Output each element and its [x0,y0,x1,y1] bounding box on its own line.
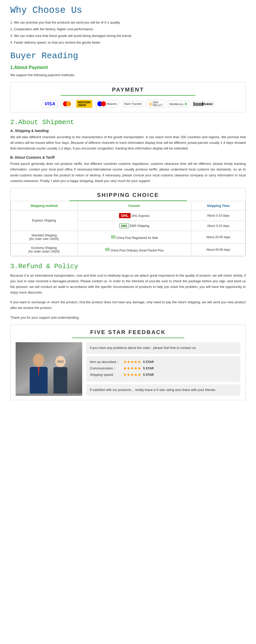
rating-label-comm: Communication： [90,366,123,371]
mastercard-logo [61,100,73,108]
western-union-logo: WESTERNUNION [76,100,92,108]
feedback-content: if you have any problems about the order… [16,342,240,396]
col-shipping-time: Shipping Time [191,201,246,210]
refund-text2: If you want to exchange or return the pr… [10,299,246,311]
feedback-bottom-message: If satisfied with our products， kindly l… [86,384,240,396]
china-post-small-label: China Post Ordinary Small Packet Plus [110,249,164,252]
feedback-ratings: Item as described： ★★★★★ 5 STAR Communic… [86,356,240,382]
dhl-logo: DHL [119,213,131,218]
economy-shipping-label: Economy Shipping(for order under USD5) [11,243,78,256]
payment-box: PAYMENT VISA WESTERNUNION Maestro Bank T… [10,82,246,112]
refund-section-title: 3.Refund & Policy [10,263,246,270]
rating-label-item: Item as described： [90,360,123,364]
ems-label: EMS Shipping [130,224,149,228]
table-row: Express Shipping DHL DHL Express About 3… [11,210,246,221]
payment-section-title: 1.About Payment [10,65,246,70]
boletol-logo: |||||||||||Boletol [192,101,214,107]
payment-box-title: PAYMENT [16,86,240,93]
why-choose-list: 1. We can promise you that the products … [10,19,246,46]
page-container: Why Choose Us 1. We can promise you that… [0,0,256,411]
webmoney-logo: WebMoney ⊕ [168,100,189,107]
china-post-small-cell: ✉ China Post Ordinary Small Packet Plus [77,243,191,256]
bank-transfer-logo: Bank Transfer [122,101,144,107]
why-reason-1: 1. We can promise you that the products … [10,19,246,26]
shipping-choice-title: SHIPPING CHOICE [10,188,246,200]
refund-text3: Thank you for your support and understan… [10,315,246,320]
maestro-logo: Maestro [95,100,120,108]
col-courier: Courier [77,201,191,210]
payment-intro: We support the following payment methods… [10,72,246,78]
star-text-item: 5 STAR [143,360,154,364]
feedback-right: if you have any problems about the order… [86,342,240,396]
ems-cell: EMS EMS Shipping [77,221,191,231]
table-row: Standard Shipping(for order over USD5) ✉… [11,231,246,243]
star-text-shipping: 5 STAR [143,373,154,377]
star-text-comm: 5 STAR [143,367,154,370]
feedback-top-message: if you have any problems about the order… [86,342,240,354]
shipping-choice-box: SHIPPING CHOICE Shipping method Courier … [10,188,246,256]
feedback-box: FIVE STAR FEEDBACK [10,325,246,400]
dhl-label: DHL Express [132,214,150,218]
standard-shipping-label: Standard Shipping(for order over USD5) [11,231,78,243]
stars-shipping: ★★★★★ [123,372,141,377]
feedback-image [16,342,82,396]
china-post-icon: ✉ [111,234,115,240]
table-row: Economy Shipping(for order under USD5) ✉… [11,243,246,256]
ems-logo: EMS [119,224,129,228]
svg-rect-6 [54,367,67,394]
shipment-subsection-b: B. About Customs & Tariff [10,155,246,159]
stars-comm: ★★★★★ [123,366,141,371]
dhl-time: About 3-10 days [191,210,246,221]
qiwi-logo: Q QIWIWALLET [147,100,165,108]
buyer-reading-heading: Buyer Reading [10,51,246,61]
svg-rect-1 [16,342,82,394]
feedback-title: FIVE STAR FEEDBACK [16,329,240,336]
stars-item: ★★★★★ [123,359,141,364]
why-reason-3: 3. We can make sure that these goods wil… [10,33,246,39]
rating-row-shipping: Shipping speed: ★★★★★ 5 STAR [90,372,237,377]
china-post-icon-2: ✉ [105,246,110,253]
rating-row-item: Item as described： ★★★★★ 5 STAR [90,359,237,364]
dhl-cell: DHL DHL Express [77,210,191,221]
svg-point-2 [33,354,44,367]
payment-divider [61,95,196,96]
visa-logo: VISA [42,100,58,108]
shipment-section-title: 2.About Shipment [10,118,246,126]
shipment-text-b: Postal parcel generally does not produce… [10,161,246,184]
why-reason-4: 4. Faster delivery speed, so that you re… [10,39,246,46]
ems-time: About 3-10 days [191,221,246,231]
rating-label-shipping: Shipping speed: [90,373,123,377]
shipment-subsection-a: A. Shipping & handing [10,129,246,133]
shipping-table: Shipping method Courier Shipping Time Ex… [10,201,246,256]
refund-text1: Because it is an international transport… [10,273,246,295]
why-choose-heading: Why Choose Us [10,5,246,16]
table-header-row: Shipping method Courier Shipping Time [11,201,246,210]
feedback-divider [72,338,184,338]
col-shipping-method: Shipping method [11,201,78,210]
china-post-air-cell: ✉ China Post Registered Air Mail [77,231,191,243]
standard-time: About 20-45 days [191,231,246,243]
why-reason-2: 2. Cooperation with the factory, higher … [10,26,246,33]
payment-logos: VISA WESTERNUNION Maestro Bank Transfer … [16,100,240,108]
rating-row-comm: Communication： ★★★★★ 5 STAR [90,366,237,371]
shipment-text-a: We will take different channels accordin… [10,134,246,151]
economy-time: About 40-60 days [191,243,246,256]
china-post-air-label: China Post Registered Air Mail [116,236,158,240]
feedback-image-svg [16,342,82,394]
express-shipping-label: Express Shipping [11,210,78,231]
